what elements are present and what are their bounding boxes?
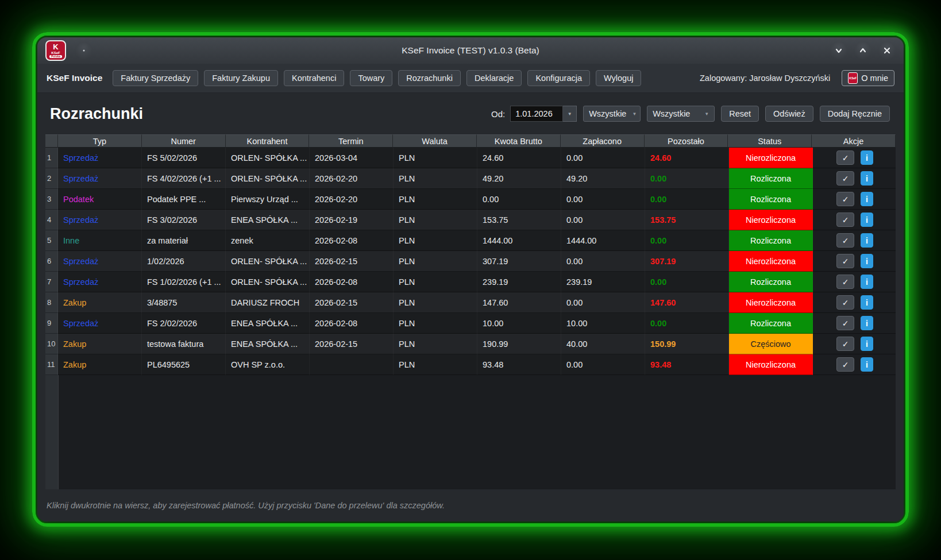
logged-in-user: Zalogowany: Jarosław Dyszczyński	[700, 74, 830, 83]
column-header-zapłacono[interactable]: Zapłacono	[561, 134, 645, 148]
register-payment-button[interactable]: ✓	[836, 213, 854, 227]
column-header-status[interactable]: Status	[728, 134, 812, 148]
cell-numer: FS 4/02/2026 (+1 ...	[142, 168, 226, 189]
cell-typ: Sprzedaż	[58, 210, 142, 230]
info-button[interactable]: i	[861, 254, 873, 268]
chevron-down-icon	[835, 47, 843, 55]
cell-waluta: PLN	[394, 334, 477, 354]
reset-button[interactable]: Reset	[721, 106, 759, 122]
toolbar-button-faktury-zakupu[interactable]: Faktury Zakupu	[204, 70, 278, 86]
cell-numer: FS 5/02/2026	[142, 148, 226, 168]
hint-text: Kliknij dwukrotnie na wiersz, aby zareje…	[47, 501, 445, 510]
table-row[interactable]: 8Zakup3/48875DARIUSZ FROCH2026-02-15PLN1…	[45, 292, 896, 313]
toolbar-button-wyloguj[interactable]: Wyloguj	[596, 70, 641, 86]
toolbar-button-faktury-sprzedaży[interactable]: Faktury Sprzedaży	[113, 70, 198, 86]
info-button[interactable]: i	[861, 295, 873, 310]
table-row[interactable]: 11ZakupPL6495625OVH SP z.o.o.PLN93.480.0…	[45, 354, 896, 375]
minimize-button[interactable]	[830, 42, 847, 59]
cell-waluta: PLN	[394, 168, 477, 189]
add-manually-button[interactable]: Dodaj Ręcznie	[820, 106, 890, 122]
cell-kontrahent: ORLEN- SPÓŁKA ...	[226, 272, 310, 292]
cell-akcje: ✓i	[813, 148, 896, 168]
info-button[interactable]: i	[861, 357, 873, 372]
toolbar-button-kontrahenci[interactable]: Kontrahenci	[284, 70, 344, 86]
table-row[interactable]: 4SprzedażFS 3/02/2026ENEA SPÓŁKA ...2026…	[45, 210, 896, 230]
table-header-row: TypNumerKontrahentTerminWalutaKwota Brut…	[45, 134, 896, 148]
date-dropdown-button[interactable]: ▼	[563, 106, 577, 122]
cell-zaplacono: 239.19	[561, 272, 645, 292]
column-header-typ[interactable]: Typ	[58, 134, 142, 148]
register-payment-button[interactable]: ✓	[836, 192, 854, 206]
cell-kontrahent: Pierwszy Urząd ...	[226, 189, 310, 210]
table-row[interactable]: 6Sprzedaż1/02/2026ORLEN- SPÓŁKA ...2026-…	[45, 251, 896, 272]
toolbar-buttons: Faktury SprzedażyFaktury ZakupuKontrahen…	[113, 70, 641, 86]
column-header-numer[interactable]: Numer	[142, 134, 226, 148]
toolbar-button-konfiguracja[interactable]: Konfiguracja	[527, 70, 590, 86]
register-payment-button[interactable]: ✓	[836, 254, 854, 268]
cell-numer: za materiał	[142, 230, 226, 251]
info-button[interactable]: i	[861, 275, 873, 289]
about-me-button[interactable]: KSeF O mnie	[842, 70, 894, 86]
status-filter-dropdown[interactable]: Wszystkie ▼	[647, 106, 715, 122]
cell-kontrahent: zenek	[226, 230, 310, 251]
cell-zaplacono: 40.00	[561, 334, 645, 354]
toolbar-button-rozrachunki[interactable]: Rozrachunki	[398, 70, 461, 86]
register-payment-button[interactable]: ✓	[836, 171, 854, 186]
chevron-up-icon	[859, 47, 867, 55]
toolbar-button-towary[interactable]: Towary	[350, 70, 392, 86]
table-row[interactable]: 2SprzedażFS 4/02/2026 (+1 ...ORLEN- SPÓŁ…	[45, 168, 896, 189]
cell-waluta: PLN	[394, 292, 477, 313]
column-header-waluta[interactable]: Waluta	[393, 134, 477, 148]
window-menu-button[interactable]	[75, 42, 92, 59]
column-header-pozostało[interactable]: Pozostało	[645, 134, 728, 148]
register-payment-button[interactable]: ✓	[836, 337, 854, 351]
info-button[interactable]: i	[861, 171, 873, 186]
close-button[interactable]	[878, 42, 896, 59]
row-number: 11	[45, 354, 58, 375]
row-number: 8	[45, 292, 58, 313]
row-number-header	[45, 134, 58, 148]
cell-typ: Zakup	[58, 334, 142, 354]
cell-numer: Podatek PPE ...	[142, 189, 226, 210]
info-button[interactable]: i	[861, 337, 873, 351]
cell-termin: 2026-03-04	[310, 148, 394, 168]
info-button[interactable]: i	[861, 213, 873, 227]
cell-zaplacono: 0.00	[561, 148, 645, 168]
column-header-termin[interactable]: Termin	[309, 134, 393, 148]
column-header-kwota-brutto[interactable]: Kwota Brutto	[477, 134, 561, 148]
info-button[interactable]: i	[861, 233, 873, 248]
cell-termin: 2026-02-08	[310, 313, 394, 334]
type-filter-dropdown[interactable]: Wszystkie ▼	[583, 106, 641, 122]
cell-pozostalo: 0.00	[645, 230, 729, 251]
register-payment-button[interactable]: ✓	[836, 150, 854, 165]
table-row[interactable]: 9SprzedażFS 2/02/2026ENEA SPÓŁKA ...2026…	[45, 313, 896, 334]
register-payment-button[interactable]: ✓	[836, 316, 854, 330]
info-button[interactable]: i	[861, 150, 873, 165]
cell-akcje: ✓i	[813, 168, 896, 189]
table-row[interactable]: 5Inneza materiałzenek2026-02-08PLN1444.0…	[45, 230, 896, 251]
table-row[interactable]: 7SprzedażFS 1/02/2026 (+1 ...ORLEN- SPÓŁ…	[45, 272, 896, 292]
title-bar[interactable]: K KSeF Polska KSeF Invoice (TEST) v1.0.3…	[37, 37, 904, 64]
toolbar-button-deklaracje[interactable]: Deklaracje	[466, 70, 522, 86]
register-payment-button[interactable]: ✓	[836, 295, 854, 310]
info-button[interactable]: i	[861, 192, 873, 206]
date-from-input[interactable]	[510, 106, 563, 122]
maximize-button[interactable]	[854, 42, 871, 59]
column-header-kontrahent[interactable]: Kontrahent	[226, 134, 310, 148]
cell-kwota-brutto: 10.00	[477, 313, 561, 334]
cell-kwota-brutto: 307.19	[477, 251, 561, 272]
register-payment-button[interactable]: ✓	[836, 233, 854, 248]
cell-typ: Zakup	[58, 354, 142, 375]
cell-waluta: PLN	[394, 251, 477, 272]
cell-waluta: PLN	[394, 313, 477, 334]
status-badge: Rozliczona	[729, 189, 813, 210]
cell-kwota-brutto: 93.48	[477, 354, 561, 375]
table-row[interactable]: 3PodatekPodatek PPE ...Pierwszy Urząd ..…	[45, 189, 896, 210]
info-button[interactable]: i	[861, 316, 873, 330]
register-payment-button[interactable]: ✓	[836, 275, 854, 289]
register-payment-button[interactable]: ✓	[836, 357, 854, 372]
table-row[interactable]: 1SprzedażFS 5/02/2026ORLEN- SPÓŁKA ...20…	[45, 148, 896, 168]
column-header-akcje[interactable]: Akcje	[812, 134, 896, 148]
refresh-button[interactable]: Odśwież	[765, 106, 813, 122]
table-row[interactable]: 10Zakuptestowa fakturaENEA SPÓŁKA ...202…	[45, 334, 896, 354]
